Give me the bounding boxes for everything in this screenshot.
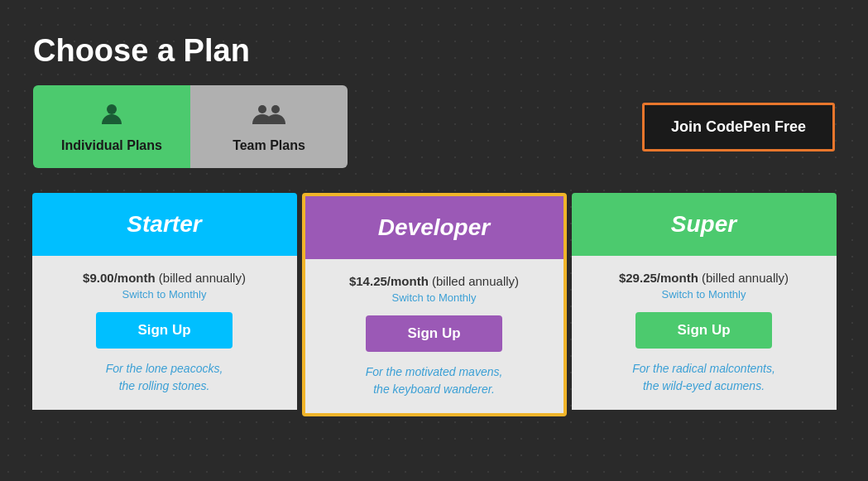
plan-tagline-line1-starter: For the lone peacocks, <box>106 362 223 375</box>
tab-team[interactable]: Team Plans <box>190 85 348 168</box>
tab-team-label: Team Plans <box>233 138 305 153</box>
tab-individual-label: Individual Plans <box>61 138 162 153</box>
switch-monthly-starter[interactable]: Switch to Monthly <box>49 288 281 301</box>
plan-tagline-developer: For the motivated mavens, the keyboard w… <box>322 363 547 398</box>
plan-price-amount-super: $29.25/month <box>619 271 698 285</box>
signup-button-developer[interactable]: Sign Up <box>366 315 501 352</box>
plan-tagline-line1-super: For the radical malcontents, <box>632 362 775 375</box>
plan-tagline-starter: For the lone peacocks, the rolling stone… <box>49 360 281 395</box>
svg-point-0 <box>107 104 117 114</box>
tab-individual[interactable]: Individual Plans <box>33 85 190 168</box>
top-section: Individual Plans Team Plans Join CodePen… <box>33 85 835 168</box>
plan-body-developer: $14.25/month (billed annually) Switch to… <box>305 259 563 413</box>
plan-price-developer: $14.25/month (billed annually) <box>322 274 547 288</box>
plan-tagline-line2-developer: the keyboard wanderer. <box>373 382 495 396</box>
plan-billing-developer: (billed annually) <box>432 274 519 288</box>
svg-point-1 <box>258 105 266 113</box>
plan-card-super: Super $29.25/month (billed annually) Swi… <box>572 193 837 416</box>
svg-point-2 <box>271 105 280 113</box>
plan-header-starter: Starter <box>32 193 297 256</box>
plan-tagline-line2-super: the wild-eyed acumens. <box>643 379 765 392</box>
plan-price-super: $29.25/month (billed annually) <box>588 271 820 285</box>
plans-row: Starter $9.00/month (billed annually) Sw… <box>33 193 835 416</box>
plan-tagline-line2-starter: the rolling stones. <box>119 379 210 392</box>
individual-icon <box>98 101 125 133</box>
plan-tagline-super: For the radical malcontents, the wild-ey… <box>588 360 820 395</box>
plan-price-amount-developer: $14.25/month <box>349 274 429 288</box>
signup-button-super[interactable]: Sign Up <box>635 312 771 349</box>
plan-body-super: $29.25/month (billed annually) Switch to… <box>572 256 837 410</box>
plan-body-starter: $9.00/month (billed annually) Switch to … <box>32 256 297 410</box>
plan-tagline-line1-developer: For the motivated mavens, <box>366 365 503 378</box>
page-container: Choose a Plan Individual Plans <box>0 0 868 416</box>
plan-name-developer: Developer <box>314 214 555 241</box>
plan-card-starter: Starter $9.00/month (billed annually) Sw… <box>32 193 297 416</box>
plan-billing-super: (billed annually) <box>702 271 789 285</box>
plan-price-starter: $9.00/month (billed annually) <box>49 271 281 285</box>
page-title: Choose a Plan <box>33 33 835 69</box>
join-codepen-button[interactable]: Join CodePen Free <box>642 103 835 152</box>
plan-name-starter: Starter <box>41 211 289 238</box>
plan-tabs: Individual Plans Team Plans <box>33 85 348 168</box>
plan-header-developer: Developer <box>305 196 563 259</box>
plan-billing-starter: (billed annually) <box>159 271 246 285</box>
plan-name-super: Super <box>580 211 828 238</box>
plan-price-amount-starter: $9.00/month <box>83 271 156 285</box>
plan-card-developer: Developer $14.25/month (billed annually)… <box>302 193 567 416</box>
switch-monthly-super[interactable]: Switch to Monthly <box>588 288 820 301</box>
switch-monthly-developer[interactable]: Switch to Monthly <box>322 291 547 304</box>
signup-button-starter[interactable]: Sign Up <box>96 312 232 349</box>
team-icon <box>251 101 287 133</box>
plan-header-super: Super <box>572 193 837 256</box>
